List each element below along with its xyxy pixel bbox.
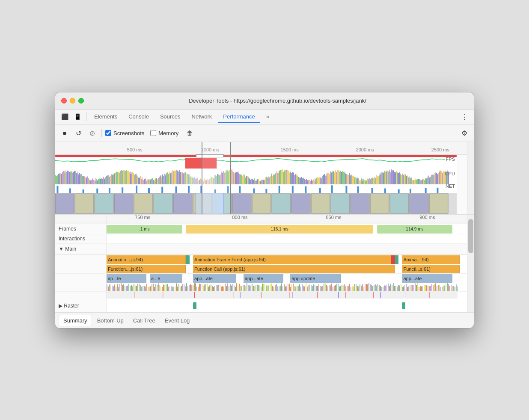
tab-bar: ⬛ 📱 Elements Console Sources Network Per…: [55, 109, 474, 125]
anim-green-marker2: [395, 255, 398, 264]
settings-button[interactable]: ⚙: [458, 127, 470, 139]
flame-detail-canvas: [107, 283, 458, 291]
frames-track-row: Frames .1 ms 116.1 ms 114.9 ms: [55, 224, 474, 234]
tab-sources[interactable]: Sources: [155, 111, 186, 123]
tab-bottom-up[interactable]: Bottom-Up: [93, 315, 128, 326]
screenshots-canvas: [55, 193, 449, 214]
interactions-track-row: Interactions: [55, 234, 474, 244]
tick-2000ms: 2000 ms: [356, 147, 374, 152]
tab-summary[interactable]: Summary: [59, 315, 92, 326]
tick-1000ms: 1000 ms: [201, 147, 219, 152]
main-header-content: [107, 244, 467, 254]
minimize-button[interactable]: [70, 98, 75, 104]
traffic-lights: [61, 98, 84, 104]
tab-event-log[interactable]: Event Log: [160, 315, 194, 326]
record-button[interactable]: ●: [59, 127, 71, 139]
device-mode-button[interactable]: 📱: [71, 111, 83, 123]
function-call-row: Function....js:61) Function Call (app.js…: [55, 264, 474, 274]
markers-row: [55, 292, 474, 300]
raster-marker-1: [193, 302, 196, 309]
app-block-0[interactable]: ap...te: [107, 274, 146, 283]
memory-label: Memory: [158, 130, 178, 136]
tab-network[interactable]: Network: [187, 111, 217, 123]
toolbar-divider: [101, 129, 102, 137]
function-call-label: [55, 264, 107, 273]
titlebar: Developer Tools - https://googlechrome.g…: [55, 92, 474, 109]
interactions-label-text: Interactions: [59, 236, 85, 242]
flame-detail-label: [55, 283, 107, 291]
detail-ruler-content: 750 ms 800 ms 850 ms 900 ms: [107, 215, 467, 224]
cpu-label: CPU: [445, 171, 455, 176]
window-title: Developer Tools - https://googlechrome.g…: [87, 98, 468, 104]
frames-content: .1 ms 116.1 ms 114.9 ms: [107, 224, 467, 234]
tab-console[interactable]: Console: [123, 111, 154, 123]
interactions-content: [107, 234, 467, 244]
app-block-1[interactable]: a...e: [150, 274, 182, 283]
app-update-label: [55, 274, 107, 283]
detail-tick-850: 850 ms: [326, 215, 341, 220]
tab-performance[interactable]: Performance: [218, 111, 260, 123]
performance-toolbar: ● ↺ ⊘ Screenshots Memory 🗑 ⚙: [55, 125, 474, 142]
func-block-0[interactable]: Function....js:61): [107, 265, 186, 273]
bottom-tabs: Summary Bottom-Up Call Tree Event Log: [55, 313, 474, 328]
memory-checkbox-label[interactable]: Memory: [150, 130, 178, 136]
net-canvas: [55, 184, 449, 193]
anim-block-2[interactable]: Anima...:94): [402, 255, 460, 264]
main-header-row: ▼ Main: [55, 244, 474, 255]
frame-block-0: .1 ms: [107, 225, 182, 234]
tab-call-tree[interactable]: Call Tree: [129, 315, 160, 326]
maximize-button[interactable]: [78, 98, 84, 104]
raster-label[interactable]: ▶ Raster: [55, 300, 107, 312]
app-block-5[interactable]: app...ate: [402, 274, 452, 283]
flame-detail-row: [55, 283, 474, 292]
screenshots-label: Screenshots: [113, 130, 144, 136]
func-block-2[interactable]: Functi...s:61): [402, 265, 460, 273]
net-track: NET: [55, 184, 457, 193]
app-block-4[interactable]: app.update: [290, 274, 341, 283]
overview-section: 500 ms 1000 ms 1500 ms 2000 ms 2500 ms F…: [55, 142, 474, 215]
overview-scrollbar[interactable]: [467, 142, 474, 214]
frame-block-2: 114.9 ms: [377, 225, 453, 234]
memory-checkbox[interactable]: [150, 130, 156, 136]
inspect-element-button[interactable]: ⬛: [59, 111, 71, 123]
app-update-row: ap...te a...e app...ate app...ate app.up…: [55, 274, 474, 283]
fps-label: FPS: [446, 157, 455, 162]
red-bar: [55, 155, 457, 157]
tick-2500ms: 2500 ms: [431, 147, 449, 152]
animation-frame-label: [55, 255, 107, 264]
raster-label-text: ▶ Raster: [59, 303, 79, 309]
flame-detail-content: [107, 283, 467, 291]
app-block-2[interactable]: app...ate: [193, 274, 236, 283]
anim-block-1[interactable]: Animation Frame Fired (app.js:94): [193, 255, 395, 264]
overview-ruler[interactable]: 500 ms 1000 ms 1500 ms 2000 ms 2500 ms: [55, 145, 474, 155]
interactions-label: Interactions: [55, 234, 107, 243]
app-block-3[interactable]: app...ate: [244, 274, 283, 283]
reload-button[interactable]: ↺: [72, 127, 84, 139]
markers-content: [107, 292, 467, 299]
anim-block-0[interactable]: Animatio....js:94): [107, 255, 186, 264]
detail-ruler: 750 ms 800 ms 850 ms 900 ms: [55, 215, 474, 224]
frame-block-1: 116.1 ms: [186, 225, 373, 234]
screenshots-checkbox-label[interactable]: Screenshots: [105, 130, 144, 136]
tick-500ms: 500 ms: [127, 147, 143, 152]
screenshot-selection: [196, 193, 224, 214]
screenshots-strip: [55, 193, 457, 214]
net-label: NET: [446, 184, 455, 189]
frames-label: Frames: [55, 224, 107, 234]
raster-track-row: ▶ Raster: [55, 300, 474, 312]
function-call-content: Function....js:61) Function Call (app.js…: [107, 264, 467, 274]
tab-elements[interactable]: Elements: [89, 111, 122, 123]
clear-button[interactable]: ⊘: [86, 127, 98, 139]
fps-canvas: [55, 157, 449, 169]
screenshots-checkbox[interactable]: [105, 130, 111, 136]
more-options-button[interactable]: ⋮: [458, 111, 470, 123]
close-button[interactable]: [61, 98, 67, 104]
trash-button[interactable]: 🗑: [184, 127, 196, 139]
func-block-1[interactable]: Function Call (app.js:61): [193, 265, 395, 273]
cpu-track: CPU: [55, 169, 457, 184]
detail-scrollbar[interactable]: [467, 215, 474, 312]
tab-more[interactable]: »: [261, 111, 274, 123]
detail-scrollbar-thumb[interactable]: [468, 219, 473, 253]
main-header-label[interactable]: ▼ Main: [55, 244, 107, 254]
detail-tick-750: 750 ms: [135, 215, 150, 220]
